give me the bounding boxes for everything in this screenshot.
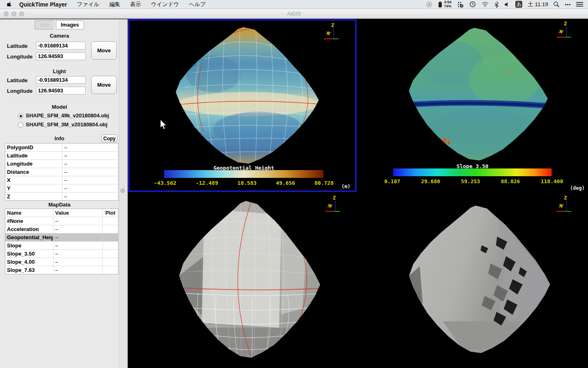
active-app-name[interactable]: QuickTime Player (19, 1, 67, 8)
camera-latitude-field[interactable] (36, 42, 86, 49)
info-row-latitude: Latitude– (5, 152, 118, 160)
info-row-y: Y– (5, 184, 118, 193)
menu-bar-left: QuickTime Player ファイル 編集 表示 ウインドウ ヘルプ (3, 1, 216, 8)
geopotential-unit: (m) (341, 184, 350, 189)
menu-window[interactable]: ウインドウ (151, 1, 179, 8)
battery-percent: 74% (444, 4, 451, 9)
slope-colorbar (393, 168, 552, 176)
asteroid-render-texture-shaded[interactable] (392, 202, 559, 357)
camera-move-button[interactable]: Move (91, 41, 117, 60)
asteroid-render-slope[interactable] (392, 25, 557, 164)
light-latitude-field[interactable] (36, 76, 86, 84)
time-machine-icon[interactable] (469, 1, 476, 8)
menu-file[interactable]: ファイル (77, 1, 99, 8)
asteroid-render-texture-wireframe[interactable] (163, 197, 329, 362)
model-option-49k-label[interactable]: SHAPE_SFM_49k_v20180804.obj (26, 112, 109, 119)
info-row-x: X– (5, 176, 118, 184)
light-longitude-label: Longitude (7, 88, 33, 94)
tab-images[interactable]: Images (56, 20, 84, 29)
mapdata-row-acceleration[interactable]: Acceleration– (5, 225, 118, 233)
camera-longitude-field[interactable] (36, 52, 86, 60)
light-latitude-label: Latitude (7, 77, 28, 83)
spotlight-icon[interactable] (553, 1, 559, 8)
axis-triad: Z XY (324, 196, 341, 214)
x-axis-line (324, 38, 333, 39)
asteroid-render-geopotential[interactable] (159, 24, 328, 168)
viewport-grid: Geopotential_Height -43.562 -12.489 18.5… (128, 19, 588, 368)
axis-triad: Z XY (555, 22, 572, 40)
mapdata-table: Name Value Plot #None– Acceleration– Geo… (5, 209, 118, 274)
mapdata-row-slope[interactable]: Slope– (5, 242, 118, 250)
volume-icon[interactable] (504, 1, 510, 8)
scrollbar-knob[interactable] (120, 188, 125, 193)
slope-unit: (deg) (570, 185, 585, 191)
app-switcher-icon[interactable] (457, 1, 464, 8)
info-row-distance: Distance– (5, 168, 118, 176)
mapdata-row-slope-350[interactable]: Slope_3.50– (5, 250, 118, 258)
y-axis-line (333, 38, 339, 39)
mouse-cursor (160, 119, 167, 130)
control-sidebar: Info Images Camera Latitude Longitude Mo… (0, 19, 128, 368)
notification-center-icon[interactable] (576, 1, 583, 8)
slope-colorbar-ticks: 0.107 29.680 59.253 88.826 118.400 (384, 178, 563, 184)
camera-longitude-label: Longitude (7, 54, 33, 60)
input-source-icon[interactable]: あ (515, 1, 522, 8)
screen-recording-icon[interactable] (426, 1, 432, 8)
axis-triad: Z XY (555, 196, 572, 214)
viewport-texture-shaded[interactable]: Z XY (357, 193, 588, 368)
section-divider (2, 65, 116, 65)
y-axis-line (335, 211, 340, 212)
more-status-icon[interactable]: ••• (565, 2, 571, 7)
light-longitude-field[interactable] (36, 87, 86, 94)
model-option-3m-label[interactable]: SHAPE_SFM_3M_v20180804.obj (26, 121, 107, 128)
copy-button[interactable]: Copy (101, 135, 118, 142)
x-axis-line (557, 37, 566, 38)
battery-status[interactable]: 4:54 74% (438, 0, 451, 9)
y-axis-line (566, 37, 571, 38)
menu-help[interactable]: ヘルプ (189, 1, 206, 8)
info-row-longitude: Longitude– (5, 160, 118, 168)
viewport-geopotential[interactable]: Geopotential_Height -43.562 -12.489 18.5… (128, 19, 356, 192)
screen: QuickTime Player ファイル 編集 表示 ウインドウ ヘルプ 4:… (0, 0, 588, 368)
menu-bar: QuickTime Player ファイル 編集 表示 ウインドウ ヘルプ 4:… (0, 0, 588, 9)
menu-edit[interactable]: 編集 (109, 1, 120, 8)
viewport-texture-wireframe[interactable]: Z XY (128, 193, 357, 368)
battery-icon (438, 1, 443, 8)
info-table: PolygonID– Latitude– Longitude– Distance… (5, 143, 118, 201)
info-row-polygonid: PolygonID– (5, 144, 118, 152)
model-radio-49k[interactable] (18, 113, 23, 119)
tab-info[interactable]: Info (35, 20, 54, 29)
bluetooth-icon[interactable] (494, 1, 499, 8)
sidebar-tabs: Info Images (0, 20, 119, 29)
geopotential-colorbar-ticks: -43.562 -12.489 18.583 49.656 80.728 (154, 180, 334, 186)
sidebar-scrollbar[interactable] (119, 19, 127, 368)
mapdata-row-slope-400[interactable]: Slope_4.00– (5, 258, 118, 266)
geopotential-colorbar (164, 170, 323, 178)
axis-triad: Z XY (323, 24, 340, 42)
x-axis-line (557, 211, 566, 212)
info-row-z: Z– (5, 193, 118, 200)
menu-clock[interactable]: 土 11:19 (528, 1, 548, 8)
menu-view[interactable]: 表示 (130, 1, 141, 8)
mapdata-row-geopotential-height[interactable]: Geopotential_Height– (5, 233, 118, 242)
mapdata-header-row: Name Value Plot (5, 209, 118, 217)
window-title-bar[interactable]: AiGIS (0, 9, 588, 19)
section-divider (2, 101, 116, 101)
window-title: AiGIS (0, 11, 588, 17)
light-section-title: Light (0, 68, 119, 74)
y-axis-line (566, 211, 571, 212)
model-section-title: Model (0, 104, 119, 110)
mapdata-row-none[interactable]: #None– (5, 217, 118, 225)
mapdata-section-title: MapData (0, 202, 119, 208)
light-move-button[interactable]: Move (91, 76, 117, 94)
model-radio-3m[interactable] (18, 122, 23, 128)
menu-bar-status: 4:54 74% あ 土 11:19 (426, 0, 583, 9)
camera-latitude-label: Latitude (7, 43, 28, 49)
wifi-icon[interactable] (481, 1, 489, 8)
camera-section-title: Camera (0, 33, 119, 39)
section-divider (2, 132, 116, 132)
apple-menu-icon[interactable] (7, 1, 13, 8)
x-axis-line (325, 211, 335, 212)
mapdata-row-slope-763[interactable]: Slope_7.63– (5, 266, 118, 274)
viewport-slope[interactable]: Slope_3.50 0.107 29.680 59.253 88.826 11… (357, 19, 588, 192)
